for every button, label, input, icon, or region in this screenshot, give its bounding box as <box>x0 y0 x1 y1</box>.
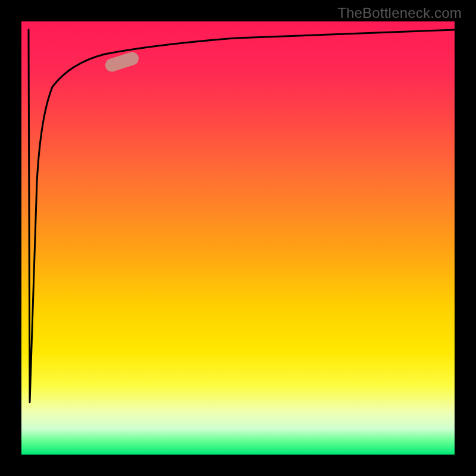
curve-svg <box>21 21 455 455</box>
bottleneck-curve <box>29 30 455 402</box>
plot-area <box>21 21 455 455</box>
watermark-label: TheBottleneck.com <box>337 5 462 21</box>
chart-container: TheBottleneck.com <box>0 0 476 476</box>
